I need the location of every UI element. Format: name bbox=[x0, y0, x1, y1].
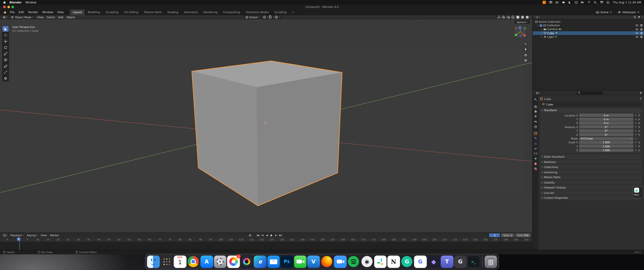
dock-gimp-icon[interactable]: G bbox=[454, 255, 466, 268]
animate-dot-icon[interactable] bbox=[635, 133, 637, 136]
dock-teams-icon[interactable]: T bbox=[441, 255, 453, 268]
scene-selector[interactable]: Scene × bbox=[594, 10, 614, 15]
siri-icon[interactable] bbox=[606, 1, 610, 4]
frame-start-field[interactable]: Start 1 bbox=[501, 233, 514, 237]
menu-window[interactable]: Window bbox=[40, 9, 55, 15]
gizmo-x-axis[interactable] bbox=[523, 34, 526, 37]
ptab-constraints[interactable] bbox=[533, 152, 538, 156]
dock-chrome-icon[interactable] bbox=[187, 255, 200, 268]
properties-search-input[interactable] bbox=[576, 91, 603, 94]
timeline-editor-selector[interactable]: ▾ bbox=[2, 234, 9, 237]
outliner-row-scene-collection[interactable]: Scene Collection bbox=[532, 20, 644, 24]
ptab-physics[interactable] bbox=[533, 147, 538, 151]
navigation-gizmo[interactable] bbox=[514, 24, 528, 39]
disable-render-icon[interactable] bbox=[640, 32, 643, 35]
gizmo-y-neg[interactable] bbox=[524, 27, 526, 30]
animate-dot-icon[interactable] bbox=[635, 149, 637, 151]
tab-uv-editing[interactable]: UV Editing bbox=[121, 9, 141, 15]
jump-to-start-button[interactable] bbox=[256, 233, 260, 237]
menu-marker[interactable]: Marker bbox=[48, 234, 61, 237]
field-rotation-x[interactable]: 0° bbox=[579, 125, 634, 129]
auto-keyframe-button[interactable] bbox=[248, 233, 252, 237]
lock-icon[interactable] bbox=[638, 133, 640, 136]
blender-logo-icon[interactable] bbox=[2, 10, 6, 15]
lock-icon[interactable] bbox=[638, 141, 640, 144]
menu-playback[interactable]: Playback▾ bbox=[9, 234, 26, 237]
menu-render[interactable]: Render bbox=[26, 9, 40, 15]
dock-mail-icon[interactable] bbox=[267, 255, 280, 268]
breadcrumb-object-name[interactable]: Cube bbox=[544, 97, 551, 100]
panel-custom-properties[interactable]: ▸Custom Properties bbox=[540, 196, 642, 200]
editor-type-selector[interactable]: ▾ bbox=[1, 15, 8, 19]
menu-object[interactable]: Object bbox=[65, 15, 77, 19]
x-ray-icon[interactable] bbox=[506, 15, 510, 19]
outliner-row-camera[interactable]: ▸Camera bbox=[532, 27, 644, 31]
search-icon[interactable] bbox=[633, 16, 636, 19]
tab-rendering[interactable]: Rendering bbox=[201, 9, 220, 15]
tab-sculpting[interactable]: Sculpting bbox=[103, 9, 121, 15]
dock-edge-icon[interactable]: e bbox=[254, 255, 266, 268]
menu-select[interactable]: Select bbox=[45, 15, 56, 19]
dock-calendar-icon[interactable]: AUG1 bbox=[174, 255, 186, 268]
menu-help[interactable]: Help bbox=[55, 9, 66, 15]
dock-firefox-icon[interactable] bbox=[320, 255, 333, 268]
ptab-texture[interactable] bbox=[533, 167, 538, 171]
tab-geometry-nodes[interactable]: Geometry Nodes bbox=[243, 9, 272, 15]
menu-keying[interactable]: Keying▾ bbox=[25, 234, 39, 237]
animate-dot-icon[interactable] bbox=[635, 137, 637, 140]
lock-icon[interactable] bbox=[638, 122, 640, 124]
shading-rendered-icon[interactable] bbox=[525, 15, 529, 19]
keyboard-icon[interactable] bbox=[556, 1, 559, 4]
shading-material-icon[interactable] bbox=[520, 15, 524, 19]
panel-viewport-display[interactable]: ▸Viewport Display bbox=[540, 185, 642, 190]
outliner-row-cube[interactable]: ▸Cube bbox=[532, 31, 644, 35]
next-keyframe-button[interactable] bbox=[274, 233, 278, 237]
menu-file[interactable]: File bbox=[8, 9, 17, 15]
field-y[interactable]: 0° bbox=[579, 129, 634, 132]
outliner-editor-selector[interactable]: ▾ bbox=[534, 15, 541, 19]
lock-icon[interactable] bbox=[638, 118, 640, 120]
dock-slack-icon[interactable] bbox=[374, 255, 386, 268]
tool-scale[interactable] bbox=[2, 51, 8, 56]
dock-finder-icon[interactable] bbox=[147, 255, 160, 268]
timeline-track-area[interactable] bbox=[0, 242, 532, 250]
tab-scripting[interactable]: Scripting bbox=[272, 9, 290, 15]
tab-texture-paint[interactable]: Texture Paint bbox=[141, 9, 164, 15]
panel-relations[interactable]: ▸Relations bbox=[540, 160, 642, 164]
control-center-icon[interactable] bbox=[600, 1, 604, 4]
editor-divider[interactable] bbox=[532, 15, 532, 249]
gizmo-z-neg[interactable] bbox=[520, 35, 522, 37]
view-layer-remove-button[interactable]: × bbox=[637, 11, 640, 14]
display-icon[interactable] bbox=[574, 1, 578, 4]
tool-select-box[interactable] bbox=[2, 26, 8, 32]
filter-icon[interactable] bbox=[639, 91, 642, 94]
scene-unlink-button[interactable]: × bbox=[610, 11, 612, 14]
animate-dot-icon[interactable] bbox=[635, 126, 637, 128]
dock-photoshop-icon[interactable]: Ps bbox=[281, 255, 293, 268]
current-frame-field[interactable]: 1 bbox=[489, 233, 500, 237]
panel-motion-paths[interactable]: ▸Motion Paths bbox=[540, 175, 642, 179]
gizmo-x-neg[interactable] bbox=[515, 27, 517, 29]
add-workspace-button[interactable]: + bbox=[290, 9, 297, 15]
hide-eye-icon[interactable] bbox=[635, 35, 638, 38]
animate-dot-icon[interactable] bbox=[635, 145, 637, 147]
ptab-object[interactable] bbox=[533, 131, 538, 136]
jump-to-end-button[interactable] bbox=[278, 233, 282, 237]
tool-cursor[interactable] bbox=[2, 32, 8, 38]
chevron-down-icon[interactable]: ▾ bbox=[642, 16, 643, 18]
ptab-material[interactable] bbox=[533, 162, 538, 166]
viewport-camera-button[interactable] bbox=[524, 53, 528, 57]
collection-checkbox[interactable]: ✓ bbox=[540, 24, 542, 27]
hide-eye-icon[interactable] bbox=[635, 28, 638, 31]
viewport-pan-button[interactable] bbox=[524, 47, 528, 52]
lock-icon[interactable] bbox=[638, 126, 640, 128]
outliner-row-collection[interactable]: ▾✓Collection bbox=[532, 24, 644, 27]
menu-edit[interactable]: Edit bbox=[17, 9, 26, 15]
panel-delta-transform[interactable]: ▸Delta Transform bbox=[540, 155, 642, 159]
gizmos-icon[interactable] bbox=[497, 15, 501, 19]
ptab-output[interactable] bbox=[533, 109, 538, 114]
magnet-icon[interactable] bbox=[268, 15, 272, 19]
tool-transform[interactable] bbox=[2, 57, 8, 63]
viewport-options-button[interactable]: Options ▾ bbox=[515, 20, 530, 24]
ptab-object-data[interactable] bbox=[533, 157, 538, 161]
